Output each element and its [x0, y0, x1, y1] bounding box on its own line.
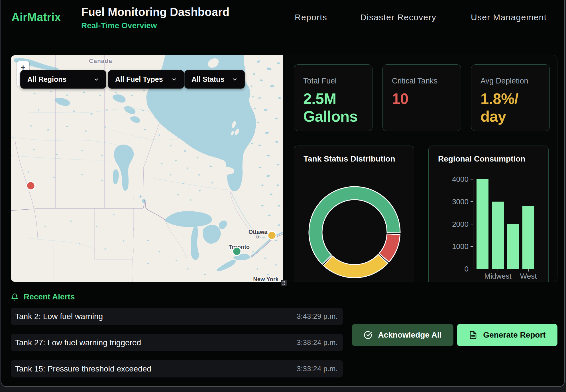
- alert-row[interactable]: Tank 27: Low fuel warning triggered3:38:…: [11, 334, 343, 351]
- alert-text: Tank 15: Pressure threshold exceeded: [15, 364, 151, 373]
- recent-alerts-title: Recent Alerts: [24, 292, 75, 301]
- alert-row[interactable]: Tank 2: Low fuel warning3:43:29 p.m.: [11, 308, 343, 325]
- nav-item-user-management[interactable]: User Management: [471, 13, 547, 22]
- y-tick-label: 3000: [452, 197, 469, 206]
- donut-chart-title: Tank Status Distribution: [304, 154, 395, 164]
- alert-time: 3:33:24 p.m.: [297, 365, 338, 373]
- map-marker-warning[interactable]: [268, 231, 276, 240]
- map-label-new-york: New York: [253, 276, 279, 282]
- recent-alerts-header: Recent Alerts: [11, 292, 75, 301]
- header-divider: [1, 36, 565, 36]
- nav-item-disaster-recovery[interactable]: Disaster Recovery: [360, 13, 436, 22]
- y-tick-label: 1000: [452, 242, 469, 251]
- tank-status-card: Tank Status Distribution: [294, 146, 414, 282]
- alert-time: 3:43:29 p.m.: [297, 312, 338, 320]
- map-label-canada: Canada: [89, 58, 112, 64]
- check-circle-icon: [364, 331, 372, 339]
- alert-text: Tank 2: Low fuel warning: [15, 312, 103, 321]
- map-marker-normal[interactable]: [233, 247, 241, 256]
- header: AirMatrix Fuel Monitoring Dashboard Real…: [1, 0, 565, 36]
- chevron-down-icon: [232, 77, 238, 82]
- alert-row[interactable]: Tank 15: Pressure threshold exceeded3:33…: [11, 360, 343, 377]
- main-panel: CanadaOttawaTorontoNew York + − All Regi…: [11, 55, 557, 282]
- stat-label: Critical Tanks: [392, 77, 452, 85]
- regional-consumption-card: Regional Consumption 01000200030004000Mi…: [428, 146, 549, 282]
- alert-time: 3:38:24 p.m.: [297, 338, 338, 347]
- filter-dropdown-all-regions[interactable]: All Regions: [20, 70, 106, 89]
- grip-dots-icon: [282, 281, 286, 285]
- chevron-down-icon: [171, 77, 177, 82]
- bar-south: [507, 224, 519, 269]
- stat-card-avg-depletion: Avg Depletion1.8%/ day: [471, 64, 550, 131]
- bar-west: [522, 206, 534, 269]
- acknowledge-all-label: Acknowledge All: [378, 330, 441, 340]
- filter-label: All Regions: [27, 75, 67, 83]
- bar-midwest: [492, 202, 504, 269]
- x-tick-label-west: West: [520, 272, 537, 280]
- map-label-ottawa: Ottawa: [249, 229, 268, 235]
- filter-dropdown-all-status[interactable]: All Status: [184, 70, 245, 89]
- y-tick-label: 0: [465, 265, 469, 273]
- y-tick-label: 2000: [452, 220, 469, 228]
- bar-northeast: [477, 179, 488, 269]
- filter-dropdown-all-fuel-types[interactable]: All Fuel Types: [108, 70, 184, 89]
- donut-segment-warning: [323, 254, 388, 278]
- acknowledge-all-button[interactable]: Acknowledge All: [352, 324, 453, 346]
- stat-label: Avg Depletion: [481, 77, 540, 85]
- generate-report-label: Generate Report: [483, 330, 545, 340]
- stat-card-critical-tanks: Critical Tanks10: [382, 64, 461, 131]
- panel-resize-grip[interactable]: [281, 280, 287, 286]
- x-tick-label-midwest: Midwest: [484, 272, 512, 280]
- fuel-map[interactable]: CanadaOttawaTorontoNew York + − All Regi…: [11, 55, 283, 282]
- regional-consumption-bar-chart: 01000200030004000MidwestWest: [429, 146, 549, 282]
- tank-status-donut-chart: [294, 146, 414, 282]
- brand-logo: AirMatrix: [11, 11, 61, 24]
- chevron-down-icon: [93, 77, 99, 82]
- stat-value: 1.8%/ day: [481, 90, 540, 125]
- stat-card-total-fuel: Total Fuel2.5M Gallons: [294, 64, 372, 131]
- page-title: Fuel Monitoring Dashboard: [81, 6, 229, 19]
- filter-label: All Fuel Types: [115, 75, 163, 83]
- stat-value: 2.5M Gallons: [303, 90, 363, 125]
- nav-item-reports[interactable]: Reports: [295, 13, 327, 22]
- y-tick-label: 4000: [452, 175, 469, 183]
- map-canvas: CanadaOttawaTorontoNew York: [11, 55, 283, 282]
- filter-label: All Status: [192, 75, 224, 83]
- bar-chart-title: Regional Consumption: [438, 154, 525, 164]
- alert-text: Tank 27: Low fuel warning triggered: [15, 338, 141, 347]
- page-subtitle: Real-Time Overview: [81, 21, 157, 30]
- map-marker-critical[interactable]: [27, 182, 35, 190]
- file-text-icon: [469, 331, 477, 339]
- generate-report-button[interactable]: Generate Report: [457, 324, 557, 346]
- bell-icon: [11, 293, 19, 301]
- stat-value: 10: [392, 90, 452, 108]
- stat-label: Total Fuel: [303, 77, 363, 85]
